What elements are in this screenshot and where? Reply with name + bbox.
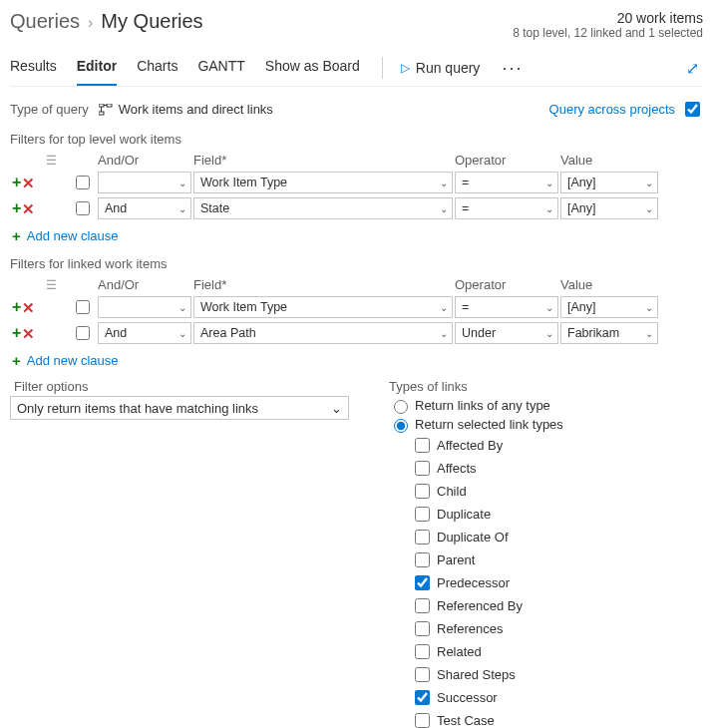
insert-clause-button[interactable]: +	[12, 299, 21, 315]
link-type-checkbox[interactable]	[415, 575, 430, 590]
tab-gantt[interactable]: GANTT	[197, 50, 244, 86]
link-type-checkbox[interactable]	[415, 667, 430, 682]
andor-dropdown[interactable]: ⌄	[98, 296, 191, 318]
tab-editor[interactable]: Editor	[77, 50, 117, 86]
link-type-item[interactable]: Parent	[389, 548, 703, 571]
operator-dropdown[interactable]: =⌄	[455, 172, 558, 193]
field-dropdown[interactable]: Area Path⌄	[193, 322, 453, 344]
work-items-direct-links-icon	[99, 104, 113, 116]
filter-options-selected: Only return items that have matching lin…	[17, 401, 258, 416]
link-type-checkbox[interactable]	[415, 621, 430, 636]
field-dropdown[interactable]: State⌄	[193, 197, 453, 219]
link-type-item[interactable]: Child	[389, 480, 703, 503]
andor-dropdown[interactable]: ⌄	[98, 172, 191, 193]
insert-clause-button[interactable]: +	[12, 200, 21, 216]
value-dropdown[interactable]: [Any]⌄	[560, 296, 658, 318]
link-type-checkbox[interactable]	[415, 598, 430, 613]
andor-dropdown[interactable]: And⌄	[98, 197, 191, 219]
fullscreen-button[interactable]: ⤢	[682, 59, 703, 78]
breadcrumb-parent[interactable]: Queries	[10, 10, 80, 33]
type-of-query-value[interactable]: Work items and direct links	[119, 102, 273, 117]
tab-show-as-board[interactable]: Show as Board	[265, 50, 360, 86]
chevron-down-icon: ⌄	[645, 302, 653, 313]
link-type-label: Referenced By	[437, 598, 523, 613]
link-type-item[interactable]: Affected By	[389, 434, 703, 457]
link-type-label: Duplicate Of	[437, 530, 509, 545]
link-type-item[interactable]: Test Case	[389, 709, 703, 728]
link-type-checkbox[interactable]	[415, 438, 430, 453]
clause-select-checkbox[interactable]	[76, 201, 90, 215]
link-type-item[interactable]: Shared Steps	[389, 663, 703, 686]
svg-rect-0	[99, 104, 104, 107]
value-dropdown[interactable]: [Any]⌄	[560, 172, 658, 193]
radio-selected-types-input[interactable]	[394, 419, 408, 433]
tab-results[interactable]: Results	[10, 50, 57, 86]
chevron-down-icon: ⌄	[545, 178, 553, 188]
chevron-down-icon: ⌄	[645, 178, 653, 188]
link-type-label: Shared Steps	[437, 667, 516, 682]
remove-clause-button[interactable]: ✕	[22, 300, 35, 315]
link-type-label: Affected By	[437, 438, 503, 453]
operator-dropdown[interactable]: Under⌄	[455, 322, 558, 344]
run-query-button[interactable]: ▷ Run query	[401, 56, 481, 80]
link-type-checkbox[interactable]	[415, 644, 430, 659]
value-dropdown[interactable]: Fabrikam⌄	[560, 322, 658, 344]
chevron-down-icon: ⌄	[440, 178, 448, 188]
link-type-item[interactable]: Duplicate Of	[389, 526, 703, 548]
link-type-checkbox[interactable]	[415, 552, 430, 567]
link-type-item[interactable]: References	[389, 617, 703, 640]
link-type-label: Parent	[437, 552, 475, 567]
link-type-item[interactable]: Affects	[389, 457, 703, 480]
clause-select-checkbox[interactable]	[76, 176, 90, 189]
radio-any-type[interactable]: Return links of any type	[389, 396, 703, 415]
run-query-label: Run query	[416, 60, 481, 76]
link-type-item[interactable]: Duplicate	[389, 503, 703, 526]
link-type-item[interactable]: Predecessor	[389, 571, 703, 594]
remove-clause-button[interactable]: ✕	[22, 326, 35, 341]
link-type-label: Successor	[437, 690, 498, 705]
filter-options-select[interactable]: Only return items that have matching lin…	[10, 396, 349, 420]
add-clause-linked-button[interactable]: + Add new clause	[10, 346, 703, 377]
link-type-item[interactable]: Successor	[389, 686, 703, 709]
andor-dropdown[interactable]: And⌄	[98, 322, 191, 344]
count-detail: 8 top level, 12 linked and 1 selected	[513, 26, 703, 40]
query-across-projects-checkbox[interactable]	[685, 102, 700, 117]
insert-clause-button[interactable]: +	[12, 175, 21, 190]
operator-dropdown[interactable]: =⌄	[455, 197, 558, 219]
link-type-checkbox[interactable]	[415, 484, 430, 499]
link-type-checkbox[interactable]	[415, 690, 430, 705]
col-operator: Operator	[455, 277, 558, 292]
radio-selected-types[interactable]: Return selected link types	[389, 415, 703, 434]
link-type-checkbox[interactable]	[415, 713, 430, 728]
radio-any-type-input[interactable]	[394, 400, 408, 414]
field-dropdown[interactable]: Work Item Type⌄	[193, 296, 453, 318]
plus-icon: +	[12, 227, 21, 244]
count-line: 20 work items	[513, 10, 703, 26]
clause-select-checkbox[interactable]	[76, 300, 90, 314]
divider	[382, 57, 383, 79]
link-type-checkbox[interactable]	[415, 530, 430, 545]
value-dropdown[interactable]: [Any]⌄	[560, 197, 658, 219]
overflow-menu-button[interactable]: ···	[498, 58, 523, 79]
chevron-down-icon: ⌄	[545, 302, 553, 313]
link-type-item[interactable]: Referenced By	[389, 594, 703, 617]
insert-clause-button[interactable]: +	[12, 325, 21, 341]
link-type-checkbox[interactable]	[415, 461, 430, 476]
chevron-down-icon: ⌄	[545, 328, 553, 339]
remove-clause-button[interactable]: ✕	[22, 201, 35, 216]
link-type-item[interactable]: Related	[389, 640, 703, 663]
col-field: Field*	[193, 153, 453, 168]
add-clause-top-button[interactable]: + Add new clause	[10, 221, 703, 252]
col-value: Value	[560, 277, 658, 292]
query-across-projects-toggle[interactable]: Query across projects	[549, 99, 703, 120]
operator-dropdown[interactable]: =⌄	[455, 296, 558, 318]
field-dropdown[interactable]: Work Item Type⌄	[193, 172, 453, 193]
link-type-label: References	[437, 621, 503, 636]
link-type-checkbox[interactable]	[415, 507, 430, 522]
tab-charts[interactable]: Charts	[137, 50, 178, 86]
chevron-down-icon: ⌄	[178, 203, 186, 214]
clause-select-checkbox[interactable]	[76, 326, 90, 340]
remove-clause-button[interactable]: ✕	[22, 176, 35, 190]
clause-row: +✕⌄Work Item Type⌄=⌄[Any]⌄	[10, 294, 703, 320]
chevron-down-icon: ⌄	[331, 401, 342, 416]
